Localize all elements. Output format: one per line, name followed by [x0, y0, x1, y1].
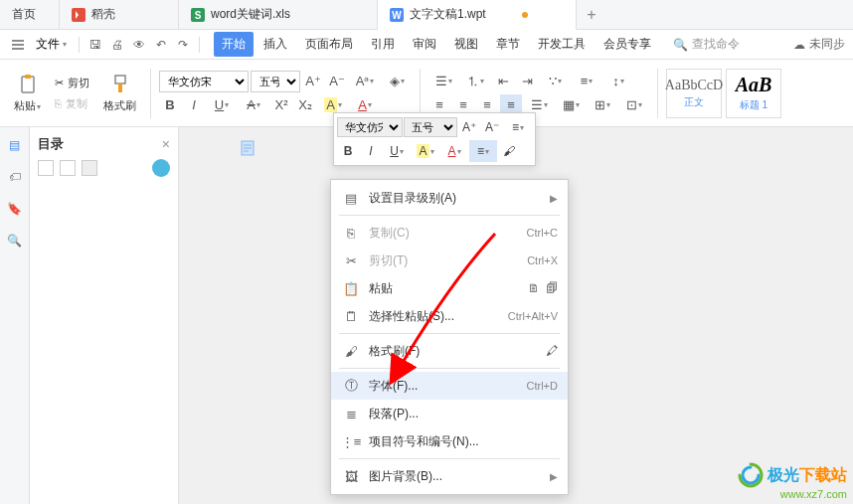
line-spacing-button[interactable]: ≡▾	[572, 71, 601, 92]
change-case-icon[interactable]: Aᵃ▾	[350, 71, 380, 92]
tab-home[interactable]: 首页	[0, 0, 60, 30]
outline-tool-1[interactable]	[38, 160, 54, 176]
ctx-set-level[interactable]: ▤ 设置目录级别(A) ▶	[331, 184, 568, 212]
side-icon-bar: ▤ 🏷 🔖 🔍	[0, 127, 30, 504]
mini-highlight[interactable]: A▾	[412, 140, 439, 162]
sort-button[interactable]: ↕▾	[603, 71, 633, 92]
daoke-icon	[72, 8, 85, 22]
italic-button[interactable]: I	[183, 94, 205, 116]
ctx-paste-special[interactable]: 🗒 选择性粘贴(S)... Ctrl+Alt+V	[331, 302, 568, 330]
numbering-button[interactable]: ⒈▾	[460, 71, 490, 92]
sync-button[interactable]: ☁ 未同步	[793, 36, 845, 53]
clear-format-icon[interactable]: ◈▾	[382, 71, 412, 92]
tab-add-button[interactable]: +	[577, 6, 606, 24]
ctx-cut[interactable]: ✂ 剪切(T) Ctrl+X	[331, 247, 568, 274]
nav-icon[interactable]: 🔖	[5, 199, 25, 219]
modified-dot	[522, 12, 528, 18]
undo-icon[interactable]: ↶	[151, 35, 171, 55]
outline-badge[interactable]	[152, 159, 170, 177]
mini-linespace[interactable]: ≡▾	[504, 116, 532, 138]
mini-inc-font[interactable]: A⁺	[458, 116, 480, 138]
indent-right-button[interactable]: ⇥	[516, 71, 538, 92]
clipboard-icon	[16, 73, 40, 96]
shading-button[interactable]: ▦▾	[556, 94, 586, 116]
mini-dec-font[interactable]: A⁻	[481, 116, 503, 138]
outline-tool-3[interactable]	[82, 160, 97, 176]
save-icon[interactable]: 🖫	[85, 35, 105, 55]
decrease-font-icon[interactable]: A⁻	[326, 71, 348, 92]
hamburger-icon[interactable]	[8, 35, 28, 55]
tab-xls[interactable]: S word关键词.xls	[179, 0, 378, 30]
bookmark-icon[interactable]: 🏷	[5, 167, 25, 187]
tab-bar: 首页 稻壳 S word关键词.xls W 文字文稿1.wpt +	[0, 0, 853, 30]
scissors-icon: ✂	[341, 253, 361, 268]
ribbon-tab-insert[interactable]: 插入	[256, 32, 295, 57]
font-size-select[interactable]: 五号	[251, 71, 300, 92]
copy-icon: ⎘	[55, 97, 62, 109]
mini-bold[interactable]: B	[337, 140, 359, 162]
command-search[interactable]: 🔍 查找命令	[673, 36, 740, 53]
svg-rect-5	[22, 77, 34, 92]
paste-button[interactable]: 粘贴▾	[8, 71, 47, 115]
mini-underline[interactable]: U▾	[383, 140, 411, 162]
ribbon-tab-review[interactable]: 审阅	[405, 32, 444, 57]
mini-toolbar: 华文仿宋 五号 A⁺ A⁻ ≡▾ B I U▾ A▾ A▾ ≡▾ 🖌	[333, 112, 536, 166]
font-name-select[interactable]: 华文仿宋	[159, 71, 249, 92]
mini-font-name[interactable]: 华文仿宋	[337, 117, 403, 137]
borders-button[interactable]: ⊞▾	[588, 94, 617, 116]
close-icon[interactable]: ×	[162, 136, 170, 152]
mini-align[interactable]: ≡▾	[469, 140, 497, 162]
file-menu[interactable]: 文件▾	[30, 36, 73, 53]
superscript-button[interactable]: X²	[270, 94, 292, 116]
style-heading1[interactable]: AaB 标题 1	[726, 69, 781, 118]
ctx-paragraph[interactable]: ≣ 段落(P)...	[331, 400, 568, 427]
ctx-format-painter[interactable]: 🖌 格式刷(F) 🖍	[331, 337, 568, 365]
subscript-button[interactable]: X₂	[294, 94, 316, 116]
indent-left-button[interactable]: ⇤	[492, 71, 514, 92]
ctx-font[interactable]: Ⓣ 字体(F)... Ctrl+D	[331, 372, 568, 400]
ribbon-tab-ref[interactable]: 引用	[363, 32, 403, 57]
increase-font-icon[interactable]: A⁺	[302, 71, 324, 92]
svg-rect-7	[115, 76, 125, 84]
paste-opt1-icon[interactable]: 🗎	[528, 281, 540, 295]
context-menu: ▤ 设置目录级别(A) ▶ ⎘ 复制(C) Ctrl+C ✂ 剪切(T) Ctr…	[330, 179, 569, 495]
find-icon[interactable]: 🔍	[5, 231, 25, 251]
cloud-icon: ☁	[793, 38, 805, 52]
tab-daoke[interactable]: 稻壳	[60, 0, 179, 30]
ribbon-tab-chapter[interactable]: 章节	[488, 32, 528, 57]
ribbon-tab-view[interactable]: 视图	[446, 32, 486, 57]
strike-button[interactable]: A▾	[239, 94, 268, 116]
ribbon-tab-member[interactable]: 会员专享	[596, 32, 659, 57]
tabs-button[interactable]: ⊡▾	[619, 94, 649, 116]
outline-tool-2[interactable]	[60, 160, 76, 176]
style-normal[interactable]: AaBbCcD 正文	[666, 69, 722, 118]
tab-wpt[interactable]: W 文字文稿1.wpt	[378, 0, 577, 30]
paste-opt2-icon[interactable]: 🗐	[546, 281, 558, 295]
brush-opt-icon[interactable]: 🖍	[546, 344, 558, 358]
mini-italic[interactable]: I	[360, 140, 382, 162]
outline-panel: 目录 ×	[30, 127, 179, 504]
mini-fontcolor[interactable]: A▾	[440, 140, 468, 162]
search-icon: 🔍	[673, 38, 688, 52]
underline-button[interactable]: U▾	[207, 94, 237, 116]
mini-font-size[interactable]: 五号	[404, 117, 457, 137]
ctx-bullets[interactable]: ⋮≡ 项目符号和编号(N)...	[331, 427, 568, 455]
word-icon: W	[390, 8, 404, 22]
text-dir-button[interactable]: ∵▾	[540, 71, 570, 92]
preview-icon[interactable]: 👁	[129, 35, 149, 55]
ribbon-tab-dev[interactable]: 开发工具	[530, 32, 594, 57]
bold-button[interactable]: B	[159, 94, 181, 116]
mini-brush[interactable]: 🖌	[498, 140, 520, 162]
redo-icon[interactable]: ↷	[173, 35, 193, 55]
print-icon[interactable]: 🖨	[107, 35, 127, 55]
format-painter-button[interactable]: 格式刷	[97, 71, 142, 115]
ribbon-tab-layout[interactable]: 页面布局	[297, 32, 361, 57]
bullets-button[interactable]: ☰▾	[428, 71, 458, 92]
ctx-paste[interactable]: 📋 粘贴 🗎🗐	[331, 274, 568, 302]
ctx-bg[interactable]: 🖼 图片背景(B)... ▶	[331, 462, 568, 490]
ctx-copy[interactable]: ⎘ 复制(C) Ctrl+C	[331, 219, 568, 247]
cut-button[interactable]: ✂剪切	[51, 74, 93, 92]
copy-button[interactable]: ⎘复制	[51, 94, 93, 113]
outline-icon[interactable]: ▤	[5, 135, 25, 155]
ribbon-tab-start[interactable]: 开始	[214, 32, 254, 57]
